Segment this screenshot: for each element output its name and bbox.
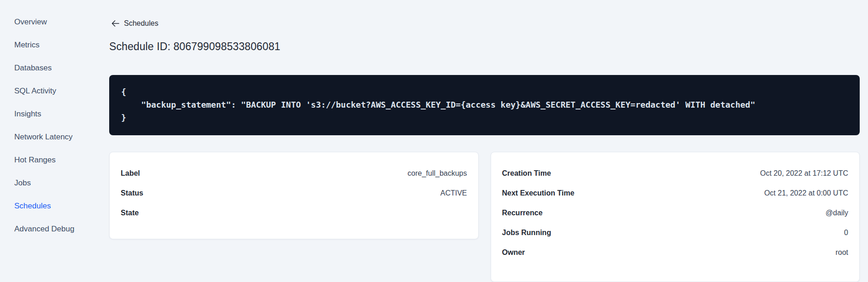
detail-value: root [835, 248, 848, 257]
sidebar-item-jobs[interactable]: Jobs [0, 172, 97, 195]
sidebar-item-advanced-debug[interactable]: Advanced Debug [0, 218, 97, 241]
back-to-schedules-link[interactable]: Schedules [111, 19, 158, 28]
detail-label: Creation Time [502, 169, 551, 178]
sidebar-item-overview[interactable]: Overview [0, 11, 97, 34]
detail-cards: Label core_full_backups Status ACTIVE St… [109, 152, 860, 282]
detail-row-owner: Owner root [502, 242, 849, 262]
detail-row-jobs-running: Jobs Running 0 [502, 223, 849, 242]
detail-value: Oct 20, 2022 at 17:12 UTC [760, 169, 848, 178]
sidebar-item-databases[interactable]: Databases [0, 57, 97, 80]
code-line: } [121, 111, 848, 124]
sidebar-item-sql-activity[interactable]: SQL Activity [0, 80, 97, 103]
sidebar-item-network-latency[interactable]: Network Latency [0, 126, 97, 149]
detail-label: Status [121, 189, 143, 197]
detail-label: State [121, 209, 139, 217]
detail-row-state: State [121, 203, 467, 223]
detail-value: @daily [826, 209, 848, 217]
sidebar-item-metrics[interactable]: Metrics [0, 34, 97, 57]
detail-row-recurrence: Recurrence @daily [502, 203, 849, 223]
schedule-detail-page: Schedules Schedule ID: 80679909853380608… [109, 0, 860, 282]
code-line: { [121, 86, 848, 98]
schedule-timing-card: Creation Time Oct 20, 2022 at 17:12 UTC … [491, 152, 860, 282]
detail-row-next-execution-time: Next Execution Time Oct 21, 2022 at 0:00… [502, 183, 849, 203]
sidebar-item-schedules[interactable]: Schedules [0, 195, 97, 218]
code-line: "backup_statement": "BACKUP INTO 's3://b… [121, 98, 848, 111]
page-title: Schedule ID: 806799098533806081 [109, 40, 280, 53]
detail-row-label: Label core_full_backups [121, 163, 467, 183]
detail-label: Recurrence [502, 209, 543, 217]
detail-label: Label [121, 169, 140, 178]
back-link-label: Schedules [124, 19, 158, 28]
arrow-left-icon [111, 20, 119, 27]
detail-value: core_full_backups [408, 169, 467, 178]
detail-row-creation-time: Creation Time Oct 20, 2022 at 17:12 UTC [502, 163, 849, 183]
detail-label: Owner [502, 248, 525, 257]
backup-statement-code-block: { "backup_statement": "BACKUP INTO 's3:/… [109, 75, 860, 135]
detail-value: ACTIVE [440, 189, 467, 197]
detail-row-status: Status ACTIVE [121, 183, 467, 203]
schedule-summary-card: Label core_full_backups Status ACTIVE St… [109, 152, 479, 239]
detail-label: Jobs Running [502, 229, 551, 237]
sidebar-nav: Overview Metrics Databases SQL Activity … [0, 11, 97, 241]
sidebar-item-insights[interactable]: Insights [0, 103, 97, 126]
sidebar-item-hot-ranges[interactable]: Hot Ranges [0, 149, 97, 172]
detail-label: Next Execution Time [502, 189, 575, 197]
detail-value: 0 [844, 229, 848, 237]
detail-value: Oct 21, 2022 at 0:00 UTC [764, 189, 848, 197]
